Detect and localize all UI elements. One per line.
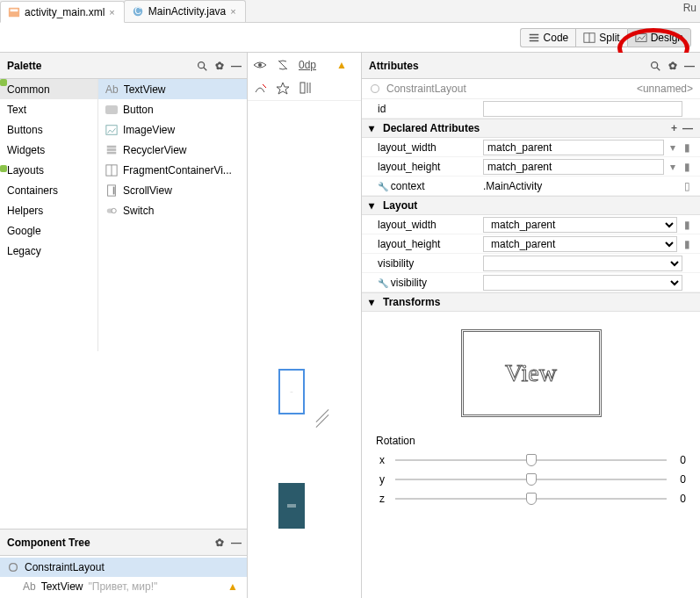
- attr-label: layout_width: [369, 141, 483, 154]
- layout-height-select[interactable]: match_parent: [483, 236, 677, 252]
- design-preview[interactable]: ··: [278, 369, 305, 414]
- tree-row-textview[interactable]: Ab TextView "Привет, мир!" ▲: [0, 577, 247, 596]
- palette-item-imageview[interactable]: ImageView: [98, 119, 247, 140]
- component-tree-panel: Component Tree ✿ — ConstraintLayout Ab T…: [0, 529, 247, 598]
- palette-items: AbTextView Button ImageView RecyclerView…: [98, 79, 247, 351]
- close-icon[interactable]: ×: [109, 7, 114, 18]
- palette-cat-google[interactable]: Google: [0, 220, 97, 241]
- tree-label: ConstraintLayout: [25, 561, 105, 573]
- layout-width-select[interactable]: match_parent: [483, 217, 677, 233]
- eye-icon[interactable]: [253, 58, 267, 72]
- section-declared[interactable]: ▾ Declared Attributes +—: [362, 119, 700, 138]
- design-surface-strip: 0dp ▲ ··: [248, 53, 362, 598]
- attr-label: layout_height: [369, 238, 483, 250]
- dropdown-icon[interactable]: ▾: [668, 141, 679, 154]
- tab-activity-main[interactable]: activity_main.xml ×: [0, 1, 125, 23]
- textview-icon: Ab: [23, 580, 36, 593]
- editor-tabs: activity_main.xml × C MainActivity.java …: [0, 0, 700, 23]
- layout-width-input[interactable]: [483, 140, 664, 155]
- resize-handle-icon[interactable]: [314, 415, 329, 431]
- gear-icon[interactable]: ✿: [668, 60, 677, 72]
- resource-picker-icon[interactable]: ▮: [682, 161, 693, 173]
- axis-label: x: [376, 454, 388, 466]
- image-icon: [105, 124, 118, 136]
- panel-min-icon[interactable]: —: [231, 60, 242, 72]
- rotation-y-slider[interactable]: [395, 479, 667, 480]
- palette-item-recyclerview[interactable]: RecyclerView: [98, 140, 247, 160]
- attr-visibility: visibility: [362, 254, 700, 273]
- infer-constraints-icon[interactable]: [276, 81, 290, 95]
- guidelines-icon[interactable]: [299, 81, 313, 95]
- remove-icon[interactable]: —: [682, 122, 693, 134]
- attr-label: layout_width: [369, 219, 483, 231]
- design-mode-row: Code Split Design: [0, 23, 700, 53]
- resource-picker-icon[interactable]: ▮: [682, 141, 693, 154]
- resource-picker-icon[interactable]: ▮: [681, 219, 693, 231]
- tree-row-constraintlayout[interactable]: ConstraintLayout: [0, 558, 247, 577]
- palette-cat-text[interactable]: Text: [0, 99, 97, 119]
- close-icon[interactable]: ×: [230, 6, 235, 17]
- palette-cat-buttons[interactable]: Buttons: [0, 119, 97, 140]
- panel-min-icon[interactable]: —: [684, 60, 695, 72]
- search-icon[interactable]: [196, 60, 208, 72]
- warning-icon[interactable]: ▲: [227, 580, 238, 593]
- blueprint-preview[interactable]: [278, 483, 305, 529]
- scroll-icon: [105, 184, 118, 197]
- context-value[interactable]: .MainActivity: [483, 180, 677, 192]
- palette-cat-helpers[interactable]: Helpers: [0, 200, 97, 220]
- palette-item-scrollview[interactable]: ScrollView: [98, 180, 247, 200]
- palette-cat-legacy[interactable]: Legacy: [0, 241, 97, 261]
- palette-item-textview[interactable]: AbTextView: [98, 79, 247, 99]
- palette-cat-containers[interactable]: Containers: [0, 180, 97, 200]
- button-icon: [105, 105, 118, 114]
- mode-label: Split: [599, 32, 619, 44]
- resource-picker-icon[interactable]: ▯: [681, 180, 693, 192]
- warning-icon[interactable]: ▲: [336, 59, 347, 71]
- section-label: Layout: [383, 199, 417, 212]
- rotation-z-row: z 0: [369, 489, 693, 508]
- attr-layout-width-declared: layout_width ▾▮: [362, 138, 700, 157]
- slider-value: 0: [674, 473, 686, 486]
- panel-title: Attributes: [369, 60, 419, 72]
- rotation-x-row: x 0: [369, 450, 693, 470]
- id-input[interactable]: [483, 101, 682, 117]
- mode-design-button[interactable]: Design: [627, 28, 691, 47]
- svg-rect-9: [106, 125, 117, 134]
- constraint-icon: [369, 83, 381, 95]
- java-file-icon: C: [132, 5, 144, 18]
- clear-constraints-icon[interactable]: [253, 81, 267, 95]
- mode-label: Code: [544, 32, 569, 44]
- svg-line-26: [657, 67, 660, 70]
- autoconnect-icon[interactable]: [276, 58, 290, 72]
- dropdown-icon[interactable]: ▾: [668, 161, 679, 173]
- section-transforms[interactable]: ▾ Transforms: [362, 292, 700, 312]
- gear-icon[interactable]: ✿: [215, 537, 224, 549]
- mode-code-button[interactable]: Code: [520, 28, 576, 47]
- palette-item-switch[interactable]: Switch: [98, 200, 247, 220]
- rotation-x-slider[interactable]: [395, 459, 667, 461]
- resource-picker-icon[interactable]: ▮: [681, 238, 693, 250]
- svg-point-7: [198, 61, 205, 68]
- svg-rect-6: [636, 34, 646, 42]
- gear-icon[interactable]: ✿: [215, 60, 224, 72]
- palette-cat-layouts[interactable]: Layouts: [0, 160, 97, 180]
- section-layout[interactable]: ▾ Layout: [362, 196, 700, 215]
- palette-cat-common[interactable]: Common: [0, 79, 97, 99]
- search-icon[interactable]: [649, 60, 661, 72]
- design-icon: [635, 32, 647, 44]
- default-margin[interactable]: 0dp: [299, 59, 316, 71]
- tab-main-activity[interactable]: C MainActivity.java ×: [124, 0, 246, 22]
- add-icon[interactable]: +: [671, 122, 677, 134]
- palette-item-button[interactable]: Button: [98, 99, 247, 119]
- transform-preview-frame: View: [461, 329, 602, 417]
- visibility-select[interactable]: [483, 256, 682, 271]
- mode-split-button[interactable]: Split: [575, 28, 626, 47]
- panel-min-icon[interactable]: —: [231, 537, 242, 549]
- tools-visibility-select[interactable]: [483, 275, 682, 291]
- attr-layout-height-declared: layout_height ▾▮: [362, 157, 700, 177]
- palette-item-fragmentcontainer[interactable]: FragmentContainerVi...: [98, 160, 247, 180]
- layout-height-input[interactable]: [483, 159, 664, 175]
- rotation-z-slider[interactable]: [395, 498, 667, 500]
- attr-id: id: [362, 99, 700, 119]
- palette-cat-widgets[interactable]: Widgets: [0, 140, 97, 160]
